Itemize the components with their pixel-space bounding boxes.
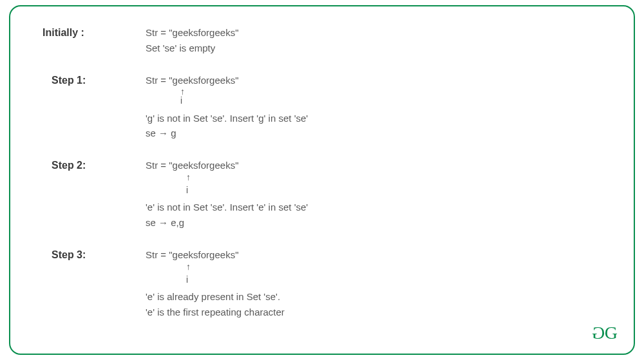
step2-arrow-icon: ↑ <box>146 174 308 181</box>
step3-row: Step 3: Str = "geeksforgeeks" ↑ i 'e' is… <box>43 248 601 321</box>
step1-se: se → g <box>146 126 308 140</box>
step3-label: Step 3: <box>43 248 146 261</box>
step1-desc: 'g' is not in Set 'se'. Insert 'g' in se… <box>146 111 308 126</box>
step3-desc2: 'e' is the first repeating character <box>146 305 285 319</box>
initially-str: Str = "geeksforgeeks" <box>146 26 238 40</box>
step1-row: Step 1: Str = "geeksforgeeks" ↑ i 'g' is… <box>43 73 601 142</box>
step3-arrow-icon: ↑ <box>146 263 285 270</box>
step1-label: Step 1: <box>43 73 146 86</box>
initially-set: Set 'se' is empty <box>146 41 238 55</box>
step3-pointer-i: i <box>146 273 285 286</box>
step2-pointer-i: i <box>146 184 308 196</box>
step2-content: Str = "geeksforgeeks" ↑ i 'e' is not in … <box>146 158 308 231</box>
step3-content: Str = "geeksforgeeks" ↑ i 'e' is already… <box>146 248 285 321</box>
step1-str: Str = "geeksforgeeks" <box>146 73 308 88</box>
step1-content: Str = "geeksforgeeks" ↑ i 'g' is not in … <box>146 73 308 142</box>
initially-row: Initially : Str = "geeksforgeeks" Set 's… <box>43 26 601 57</box>
step2-str: Str = "geeksforgeeks" <box>146 158 308 173</box>
logo-g1: G <box>594 323 605 343</box>
step3-desc1: 'e' is already present in Set 'se'. <box>146 290 285 304</box>
step2-desc: 'e' is not in Set 'se'. Insert 'e' in se… <box>146 200 308 214</box>
step1-pointer-i: i <box>146 94 308 107</box>
step2-se: se → e,g <box>146 216 308 230</box>
initially-label: Initially : <box>43 26 146 39</box>
step3-str: Str = "geeksforgeeks" <box>146 248 285 262</box>
step2-row: Step 2: Str = "geeksforgeeks" ↑ i 'e' is… <box>43 158 601 231</box>
logo-g2: G <box>605 323 616 343</box>
geeksforgeeks-logo: GG <box>594 323 616 343</box>
step2-label: Step 2: <box>43 158 146 171</box>
initially-content: Str = "geeksforgeeks" Set 'se' is empty <box>146 26 238 57</box>
diagram-frame: Initially : Str = "geeksforgeeks" Set 's… <box>9 5 635 355</box>
